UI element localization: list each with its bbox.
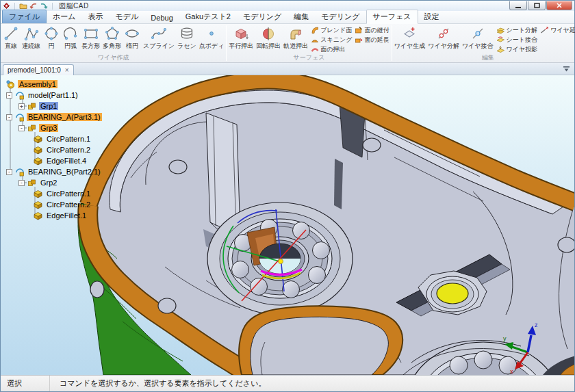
minimize-button[interactable] [509,1,527,10]
tree-item-circpattern1-a[interactable]: CircPattern.1 [34,133,132,144]
button-label: ワイヤ生成 [394,42,426,51]
ellipse-icon [124,25,140,42]
status-bar: 選択 コマンドを選択するか、選択する要素を指示してください。 [1,375,574,391]
tree-label[interactable]: Assembly1 [18,80,58,88]
tree-expander[interactable]: - [6,169,12,175]
tree-item-grp3[interactable]: - Grp3 [18,122,132,133]
assembly-icon [6,80,15,89]
tree-item-circpattern2-b[interactable]: CircPattern.2 [34,199,132,210]
tree-expander[interactable]: - [6,92,12,99]
tree-item-grp2[interactable]: - Grp2 [18,177,132,188]
part-icon [15,91,24,100]
tab-settings[interactable]: 設定 [418,10,446,23]
button-ellipse[interactable]: 楕円 [123,25,142,51]
tab-edit[interactable]: 編集 [288,10,315,23]
button-face-extend[interactable]: 面の延長 [353,35,390,44]
tree-item-edgefillet4[interactable]: EdgeFillet.4 [34,155,132,166]
tree-item-assembly1[interactable]: Assembly1 [6,79,132,90]
tab-debug[interactable]: Debug [144,12,179,23]
tree-expander[interactable]: + [18,103,25,109]
undo-icon[interactable] [29,2,38,10]
button-point-body[interactable]: 点ボディ [198,25,226,51]
button-label: 円弧 [64,42,77,51]
button-polyline[interactable]: 連続線 [21,25,42,51]
collapse-ribbon-button[interactable] [562,65,571,73]
tab-modeling[interactable]: モデリング [237,10,288,23]
button-circle[interactable]: 円 [42,25,61,51]
tree-item-bearing-a[interactable]: - BEARING_A(Part3.1) [6,112,132,122]
tree-item-bearing-b[interactable]: - BEARING_B(Part2.1) [6,166,132,177]
group-label-wire-create: ワイヤ作成 [1,54,225,62]
tree-label[interactable]: EdgeFillet.4 [45,157,88,165]
button-label: 直線 [5,42,17,51]
button-label: 多角形 [103,42,121,51]
tab-model[interactable]: モデル [110,10,145,23]
tree-label[interactable]: CircPattern.2 [45,146,92,154]
tree-item-circpattern2-a[interactable]: CircPattern.2 [34,144,132,155]
button-label: スキニング [320,36,352,44]
tab-view[interactable]: 表示 [82,10,110,23]
circle-icon [43,25,60,42]
tab-modeling2[interactable]: モデリング [315,10,366,23]
button-sweep-extrude[interactable]: 軌道押出 [282,25,309,51]
button-wire-join[interactable]: ワイヤ接合 [461,25,495,51]
face-extrude-icon [311,45,319,53]
polyline-icon [23,25,40,42]
window-controls [509,1,572,10]
button-sheet-explode[interactable]: シート分解 [495,25,539,35]
3d-viewport[interactable]: y z x Assembly1 - mode [1,75,574,375]
open-file-icon[interactable] [19,2,27,10]
tree-label[interactable]: BEARING_B(Part2.1) [27,168,102,176]
wire-generate-icon [401,25,418,42]
button-blend-face[interactable]: ブレンド面 [309,25,353,35]
button-spline[interactable]: スプライン [142,25,176,51]
collapse-ribbon-icon [563,66,570,73]
feature-icon [34,190,42,198]
tree-expander[interactable]: - [6,114,12,120]
tree-label[interactable]: CircPattern.1 [45,135,92,143]
tree-expander[interactable]: - [18,125,25,131]
surface-small-column-2: 面の縫付 面の延長 [353,25,390,44]
button-wire-project[interactable]: ワイヤ投影 [495,44,539,54]
button-label: シート分解 [507,26,537,35]
tab-file[interactable]: ファイル [2,10,47,23]
button-face-stitch[interactable]: 面の縫付 [353,25,390,35]
tree-expander[interactable]: - [18,180,25,186]
tree-label[interactable]: BEARING_A(Part3.1) [27,113,102,121]
tab-surface[interactable]: サーフェス [366,10,418,24]
tree-label[interactable]: EdgeFillet.1 [45,211,88,220]
tab-gakutest2[interactable]: Gakuテスト2 [179,10,237,23]
button-parallel-extrude[interactable]: 平行押出 [227,25,255,51]
button-polygon[interactable]: 多角形 [101,25,123,51]
close-button[interactable] [546,1,572,10]
tree-label[interactable]: CircPattern.2 [45,200,92,209]
button-arc[interactable]: 円弧 [61,25,80,51]
redo-icon[interactable] [40,2,48,10]
tree-label[interactable]: CircPattern.1 [45,190,92,198]
document-tab[interactable]: premodel_1001:0 × [3,64,74,75]
app-window: 図脳CAD ファイル ホーム 表示 モデル Debug Gakuテスト2 モデリ… [0,0,575,392]
tree-label[interactable]: Grp1 [39,102,58,110]
button-wire-explode[interactable]: ワイヤ分解 [426,25,461,51]
close-tab-icon[interactable]: × [65,67,69,74]
tree-label[interactable]: model(Part1.1) [27,91,79,99]
tree-label[interactable]: Grp2 [39,179,58,187]
tab-home[interactable]: ホーム [47,10,82,23]
button-face-extrude[interactable]: 面の押出 [309,44,353,54]
button-label: 面の押出 [320,45,345,54]
app-icon[interactable] [3,2,10,10]
tree-item-model-part1[interactable]: - model(Part1.1) [6,90,132,101]
button-wire-extend[interactable]: ワイヤ延長 [539,25,575,35]
button-rectangle[interactable]: 長方形 [80,25,101,51]
button-skinning[interactable]: スキニング [309,35,353,44]
maximize-button[interactable] [528,1,546,10]
tree-item-edgefillet1[interactable]: EdgeFillet.1 [34,210,132,221]
tree-label[interactable]: Grp3 [39,124,58,132]
tree-item-circpattern1-b[interactable]: CircPattern.1 [34,188,132,199]
button-wire-generate[interactable]: ワイヤ生成 [393,25,427,51]
button-sheet-join[interactable]: シート接合 [495,35,539,44]
tree-item-grp1[interactable]: + Grp1 [18,101,132,112]
button-helix[interactable]: ラセン [176,25,198,51]
button-revolve-extrude[interactable]: 回転押出 [255,25,282,51]
button-line[interactable]: 直線 [1,25,21,51]
